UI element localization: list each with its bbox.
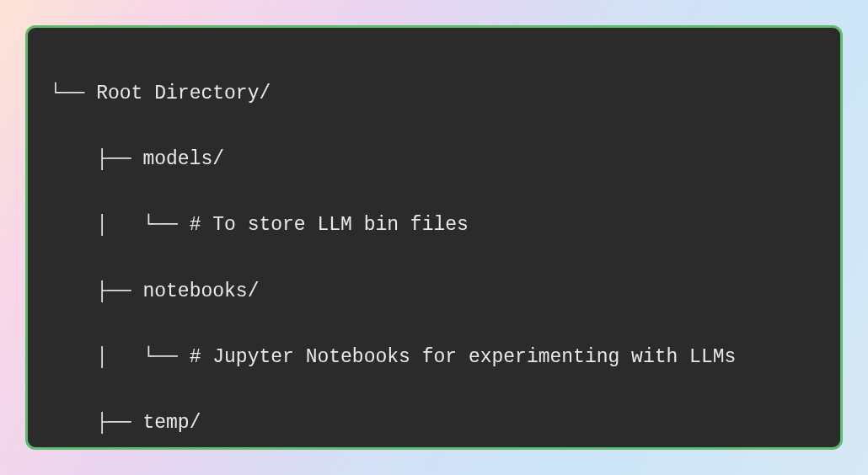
tree-line-models: ├── models/ [50,143,818,176]
directory-tree-panel: └── Root Directory/ ├── models/ │ └── # … [25,25,843,450]
tree-line-root: └── Root Directory/ [50,77,818,110]
tree-line-notebooks: ├── notebooks/ [50,275,818,308]
tree-line-notebooks-comment: │ └── # Jupyter Notebooks for experiment… [50,341,818,374]
tree-line-temp: ├── temp/ [50,407,818,440]
tree-line-models-comment: │ └── # To store LLM bin files [50,209,818,242]
